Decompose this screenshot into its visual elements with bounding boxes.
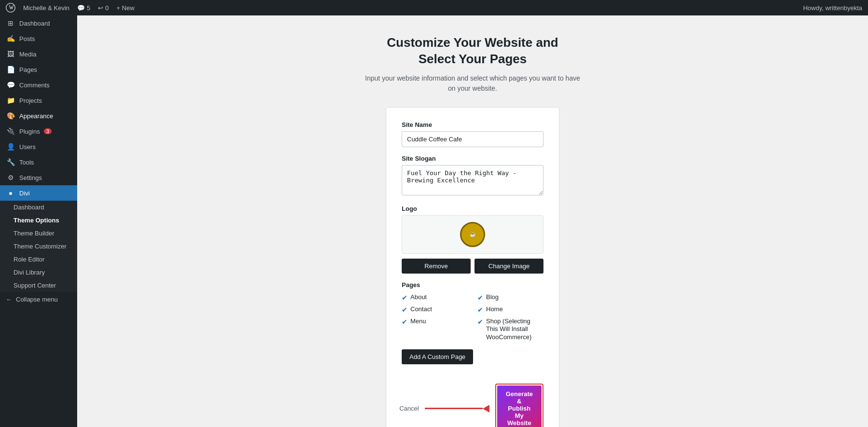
remove-button[interactable]: Remove: [402, 259, 471, 274]
page-check-home[interactable]: ✔ Home: [477, 305, 543, 314]
site-name-label: Site Name: [402, 121, 543, 128]
generate-button[interactable]: Generate & Publish My Website: [497, 386, 542, 427]
settings-icon: ⚙: [6, 174, 15, 181]
divi-icon: ●: [6, 189, 15, 197]
page-label-about: About: [410, 293, 427, 302]
sidebar-item-tools[interactable]: 🔧 Tools: [0, 154, 77, 170]
form-footer: Cancel Generate & Publish My Website: [402, 384, 543, 427]
sidebar-item-label: Divi: [19, 190, 30, 197]
sidebar-item-dashboard[interactable]: ⊞ Dashboard: [0, 15, 77, 31]
admin-bar: Michelle & Kevin 💬 5 ↩ 0 + New Howdy, wr…: [0, 0, 868, 15]
howdy-text: Howdy, writtenbyekta: [803, 4, 862, 12]
submenu-item-role-editor[interactable]: Role Editor: [0, 253, 77, 266]
sidebar-item-label: Pages: [19, 66, 37, 73]
check-icon-shop: ✔: [477, 318, 483, 326]
page-check-menu[interactable]: ✔ Menu: [402, 317, 468, 342]
page-label-blog: Blog: [486, 293, 499, 302]
check-icon-contact: ✔: [402, 306, 407, 314]
page-check-shop[interactable]: ✔ Shop (Selecting This Will Install WooC…: [477, 317, 543, 342]
wp-logo[interactable]: [6, 3, 15, 13]
sidebar-item-label: Comments: [19, 82, 50, 89]
sidebar: ⊞ Dashboard ✍ Posts 🖼 Media 📄 Pages 💬 Co…: [0, 15, 77, 427]
submenu-label: Theme Builder: [14, 230, 54, 237]
add-custom-page-button[interactable]: Add A Custom Page: [402, 349, 473, 364]
page-title: Customize Your Website andSelect Your Pa…: [387, 35, 558, 68]
sidebar-item-projects[interactable]: 📁 Projects: [0, 93, 77, 108]
submenu-label: Theme Options: [14, 217, 59, 224]
revisions-icon: ↩: [98, 4, 103, 12]
site-name[interactable]: Michelle & Kevin: [23, 4, 69, 12]
cancel-button[interactable]: Cancel: [399, 405, 419, 412]
arrow-annotation: [425, 405, 489, 413]
sidebar-item-comments[interactable]: 💬 Comments: [0, 77, 77, 93]
comments-nav-icon: 💬: [6, 81, 15, 89]
page-label-shop: Shop (Selecting This Will Install WooCom…: [486, 317, 543, 342]
sidebar-item-users[interactable]: 👤 Users: [0, 139, 77, 154]
revisions-count[interactable]: ↩ 0: [98, 4, 108, 12]
generate-highlight-box: Generate & Publish My Website: [495, 384, 543, 427]
sidebar-item-label: Dashboard: [19, 20, 50, 27]
sidebar-item-settings[interactable]: ⚙ Settings: [0, 170, 77, 185]
new-button[interactable]: + New: [117, 4, 135, 12]
main-content: Customize Your Website andSelect Your Pa…: [77, 15, 868, 427]
submenu-label: Dashboard: [14, 204, 44, 211]
logo-label: Logo: [402, 205, 543, 212]
logo-text: ☕: [470, 232, 476, 237]
submenu-label: Role Editor: [14, 256, 44, 263]
check-icon-about: ✔: [402, 294, 407, 302]
submenu-item-theme-builder[interactable]: Theme Builder: [0, 227, 77, 240]
sidebar-item-label: Posts: [19, 35, 35, 42]
sidebar-item-label: Media: [19, 51, 36, 58]
page-check-contact[interactable]: ✔ Contact: [402, 305, 468, 314]
sidebar-item-label: Users: [19, 143, 36, 151]
tools-icon: 🔧: [6, 158, 15, 166]
site-slogan-label: Site Slogan: [402, 155, 543, 162]
posts-icon: ✍: [6, 35, 15, 42]
check-icon-home: ✔: [477, 306, 483, 314]
sidebar-item-posts[interactable]: ✍ Posts: [0, 31, 77, 46]
change-image-button[interactable]: Change Image: [475, 259, 543, 274]
site-slogan-field: Site Slogan: [402, 155, 543, 197]
sidebar-item-divi[interactable]: ● Divi: [0, 185, 77, 201]
collapse-icon: ←: [6, 296, 12, 303]
collapse-menu-button[interactable]: ← Collapse menu: [0, 292, 77, 307]
divi-submenu: Dashboard Theme Options Theme Builder Th…: [0, 201, 77, 292]
sidebar-item-appearance[interactable]: 🎨 Appearance: [0, 108, 77, 124]
page-subtitle: Input your website information and selec…: [365, 73, 580, 94]
logo-field: Logo ☕ Remove Change Image: [402, 205, 543, 274]
page-label-contact: Contact: [410, 305, 432, 314]
check-icon-blog: ✔: [477, 294, 483, 302]
pages-section: Pages ✔ About ✔ Blog ✔ Contact: [402, 281, 543, 342]
projects-icon: 📁: [6, 96, 15, 104]
sidebar-item-label: Projects: [19, 97, 42, 104]
sidebar-item-label: Tools: [19, 159, 34, 166]
plugins-icon: 🔌: [6, 127, 15, 135]
submenu-label: Support Center: [14, 282, 56, 289]
site-name-field: Site Name: [402, 121, 543, 147]
site-name-input[interactable]: [402, 131, 543, 147]
site-slogan-input[interactable]: [402, 165, 543, 195]
submenu-item-theme-customizer[interactable]: Theme Customizer: [0, 240, 77, 253]
sidebar-item-label: Appearance: [19, 112, 53, 120]
arrow-head: [483, 405, 489, 413]
page-check-blog[interactable]: ✔ Blog: [477, 293, 543, 302]
page-check-about[interactable]: ✔ About: [402, 293, 468, 302]
sidebar-item-label: Plugins: [19, 128, 40, 135]
sidebar-item-media[interactable]: 🖼 Media: [0, 46, 77, 62]
page-label-home: Home: [486, 305, 503, 314]
submenu-label: Divi Library: [14, 269, 45, 276]
media-icon: 🖼: [6, 50, 15, 58]
submenu-item-divi-library[interactable]: Divi Library: [0, 266, 77, 279]
submenu-item-theme-options[interactable]: Theme Options: [0, 214, 77, 227]
submenu-item-dashboard[interactable]: Dashboard: [0, 201, 77, 214]
sidebar-item-pages[interactable]: 📄 Pages: [0, 62, 77, 77]
collapse-label: Collapse menu: [16, 296, 58, 303]
sidebar-item-plugins[interactable]: 🔌 Plugins 3: [0, 124, 77, 139]
logo-preview: ☕: [402, 215, 543, 254]
pages-icon: 📄: [6, 66, 15, 73]
submenu-item-support-center[interactable]: Support Center: [0, 279, 77, 292]
check-icon-menu: ✔: [402, 318, 407, 326]
comments-count[interactable]: 💬 5: [77, 4, 90, 12]
appearance-icon: 🎨: [6, 112, 15, 120]
logo-circle: ☕: [460, 222, 485, 247]
